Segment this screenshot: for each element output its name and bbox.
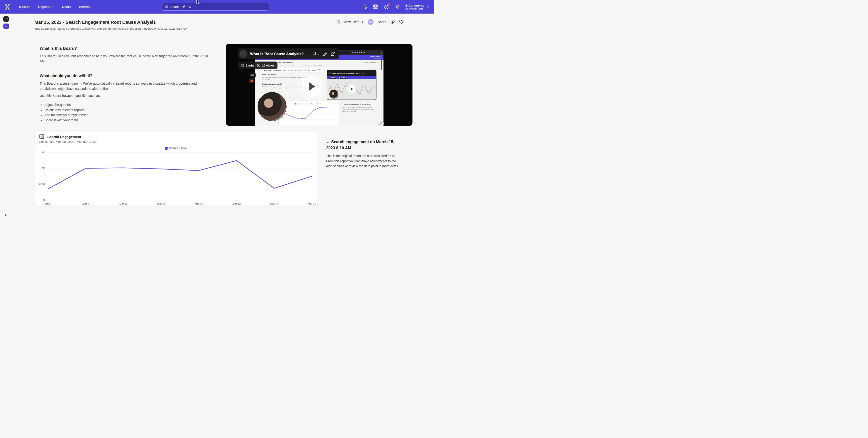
play-icon	[308, 82, 315, 91]
chart-legend[interactable]: Search - Total	[35, 146, 317, 150]
rail-divider	[0, 210, 13, 210]
svg-text:5,000: 5,000	[38, 183, 45, 186]
mini-range-option: 3M	[302, 69, 303, 71]
more-icon	[408, 20, 412, 24]
nested-video-duration: ◷18 sec	[329, 77, 336, 79]
line-chart[interactable]: 15K10K5,0000Mar 8Mar 9Mar 10Mar 11Mar 12…	[35, 151, 317, 207]
search-engagement-report-card[interactable]: Search Engagement Linear, total, Mar 8th…	[35, 131, 317, 206]
apps-grid-icon[interactable]	[373, 4, 378, 9]
mini-board-toolbar: ⧩ Hide Filter ● Share ⌁ ♡ ⋯	[365, 62, 380, 64]
section-2-body: This Board is a starting point. We've au…	[40, 81, 210, 91]
mini-range-option: Default	[312, 69, 316, 71]
video-title-pill: What is Root Cause Analysis?	[238, 48, 308, 59]
section-1-body: This Board uses relevant properties to h…	[40, 54, 210, 64]
heart-icon	[399, 20, 404, 24]
mini-range-option: Today	[282, 69, 286, 71]
nav-item-users[interactable]: Users	[62, 5, 71, 9]
nested-video-title: What is Root Cause Analysis?	[332, 72, 355, 74]
data-pipeline-icon[interactable]	[362, 4, 367, 9]
mixpanel-logo-icon[interactable]	[4, 4, 10, 10]
section-2-title: What should you do with it?	[40, 73, 92, 78]
create-new-button[interactable]	[3, 24, 9, 29]
video-duration: 1 min	[241, 64, 254, 67]
section-1-title: What is this Board?	[40, 46, 77, 51]
legend-swatch	[165, 147, 167, 150]
svg-text:10K: 10K	[40, 167, 45, 170]
copy-link-button[interactable]	[391, 20, 395, 24]
nested-video-avatar	[329, 72, 331, 74]
video-copy-link-button[interactable]	[323, 52, 327, 56]
video-views: 19 views	[257, 63, 275, 67]
plus-icon	[4, 25, 8, 28]
nested-webcam-bubble	[329, 90, 338, 99]
mini-note-title: ← Search usage on March 15, 2023 8:10 AM	[342, 104, 376, 106]
svg-text:Mar 11: Mar 11	[157, 202, 165, 205]
note-title: ← Search engagement on March 15, 2023 8:…	[326, 139, 402, 151]
link-icon	[323, 52, 327, 56]
nav-items: BoardsReportsUsersEvents	[19, 5, 90, 9]
page-subtitle: This Board uses relevant properties to h…	[34, 27, 187, 30]
video-actions-pill: 0	[308, 48, 339, 59]
svg-text:15K: 15K	[40, 151, 45, 154]
nested-comment-icon: 💬	[356, 72, 358, 74]
expand-sidebar-button[interactable]	[4, 213, 8, 217]
help-icon[interactable]: ?	[384, 4, 389, 9]
settings-gear-icon[interactable]	[395, 4, 400, 9]
search-input[interactable]	[170, 5, 267, 9]
presenter-webcam-bubble	[257, 92, 286, 121]
comment-icon	[311, 52, 316, 56]
legend-label: Search - Total	[169, 146, 187, 150]
project-name: E-Commerce	[405, 4, 424, 7]
section-2-lead: Use this Board however you like, such as…	[40, 93, 210, 98]
report-title[interactable]: Search Engagement	[47, 135, 81, 139]
video-share-link-button[interactable]	[378, 121, 384, 126]
avatar[interactable]: CM	[368, 19, 374, 25]
video-meta-pill: 1 min 19 views	[238, 62, 277, 69]
mini-note-body: This is the original report the alert wa…	[342, 106, 374, 112]
mini-range-option: 12M	[308, 69, 311, 71]
video-play-button[interactable]	[302, 76, 322, 97]
mini-chart-line	[279, 101, 339, 126]
filter-plus-icon	[337, 20, 341, 24]
bullet-item: Delete less relevant reports	[44, 107, 206, 113]
nav-item-events[interactable]: Events	[79, 5, 90, 9]
compass-icon	[4, 17, 8, 21]
video-comments-button[interactable]: 0	[311, 52, 319, 56]
svg-text:Mar 15: Mar 15	[308, 202, 316, 205]
chevron-down-icon	[426, 5, 429, 8]
link-icon	[379, 122, 382, 125]
nav-item-reports[interactable]: Reports	[38, 5, 54, 9]
link-icon	[391, 20, 395, 24]
svg-text:?: ?	[385, 6, 387, 8]
recording-timer: 0:02	[249, 73, 256, 77]
external-link-icon	[331, 52, 335, 56]
mini-section-2-title: What should you do with it?	[262, 83, 282, 85]
svg-text:0: 0	[43, 199, 45, 201]
mini-range-option: Yesterday	[287, 69, 293, 71]
top-nav: BoardsReportsUsersEvents	[0, 0, 434, 13]
svg-text:Mar 8: Mar 8	[44, 202, 51, 205]
nested-video-thumbnail: What is Root Cause Analysis? 💬 0 ⌁ ⧉ ◷18…	[327, 70, 376, 100]
chevron-down-icon	[52, 6, 54, 8]
mini-range-option: ⧩ Filter	[318, 69, 322, 71]
discover-boards-button[interactable]	[3, 16, 9, 22]
bullet-item: Adjust the queries	[44, 102, 206, 107]
mini-chart-card: (Content Discovery) Omnisearch Report Li…	[278, 101, 339, 126]
mini-range-option: 7D	[294, 69, 296, 71]
search-bar[interactable]	[162, 3, 269, 11]
video-open-external-button[interactable]	[331, 52, 335, 56]
show-filter-button[interactable]: Show Filter • 1	[337, 20, 363, 24]
intro-video-player[interactable]: Mar 15, 2023 - Search Engag… × ⋯ Boards …	[226, 44, 412, 126]
bullet-item: Add takeaways or hypotheses	[44, 112, 206, 117]
more-options-button[interactable]	[408, 20, 412, 24]
share-button[interactable]: Share	[378, 20, 386, 24]
note-body: This is the original report the alert wa…	[326, 154, 401, 169]
record-button	[249, 78, 254, 83]
favorite-button[interactable]	[399, 20, 404, 24]
video-presenter-avatar	[240, 50, 247, 58]
project-switcher[interactable]: E-Commerce All Project Data	[405, 4, 429, 10]
nav-item-boards[interactable]: Boards	[19, 5, 30, 9]
mini-section-1-title: What is this Board?	[262, 74, 276, 75]
nested-play-button	[348, 85, 355, 93]
nested-external-icon: ⧉	[363, 72, 364, 74]
